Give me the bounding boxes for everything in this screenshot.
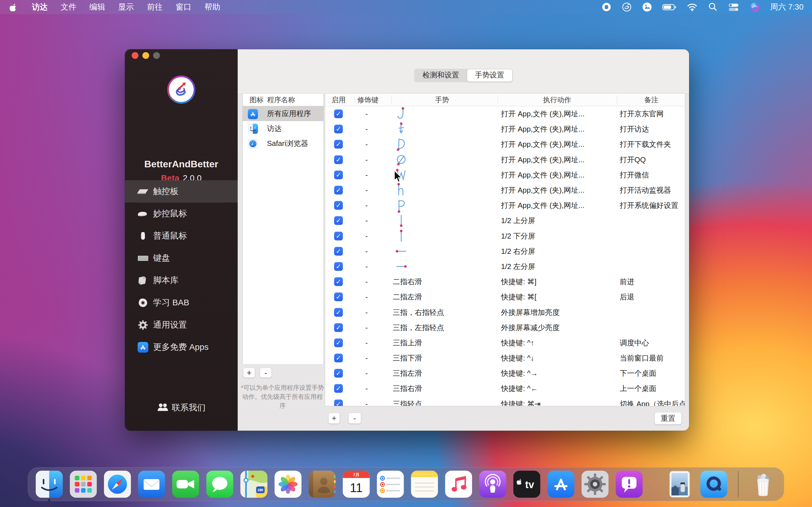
gesture-row-9[interactable]: ✓-1/2 右分屏 (325, 244, 685, 259)
safari-dock-icon[interactable] (104, 471, 131, 498)
trash-dock-icon[interactable] (749, 471, 776, 498)
gesture-enabled-checkbox[interactable]: ✓ (334, 155, 343, 164)
close-button[interactable] (132, 52, 139, 59)
app-list-row-0[interactable]: 所有应用程序 (243, 106, 323, 121)
menu-clock[interactable]: 周六 7:30 (770, 2, 804, 12)
gesture-enabled-checkbox[interactable]: ✓ (334, 247, 343, 256)
sidebar-item-4[interactable]: 脚本库 (125, 269, 238, 291)
notes-dock-icon[interactable] (411, 471, 438, 498)
app-remove-button[interactable]: - (260, 368, 271, 378)
gesture-enabled-checkbox[interactable]: ✓ (334, 110, 343, 118)
gesture-row-12[interactable]: ✓-二指左滑快捷键: ⌘[后退 (325, 289, 685, 304)
appstore-dock-icon[interactable] (547, 471, 574, 498)
gesture-row-8[interactable]: ✓-1/2 下分屏 (325, 228, 685, 244)
gesture-enabled-checkbox[interactable]: ✓ (334, 231, 343, 240)
spotlight-icon[interactable] (708, 2, 718, 12)
gesture-remove-button[interactable]: - (349, 413, 361, 424)
sidebar-item-0[interactable]: 触控板 (125, 180, 238, 203)
menu-item-0[interactable]: 访达 (26, 2, 54, 12)
gesture-row-6[interactable]: ✓-打开 App,文件 (夹),网址...打开系统偏好设置 (325, 198, 685, 213)
gesture-enabled-checkbox[interactable]: ✓ (334, 354, 343, 362)
gesture-enabled-checkbox[interactable]: ✓ (334, 338, 343, 347)
facetime-dock-icon[interactable] (172, 471, 199, 498)
photo-preview-dock-icon[interactable] (666, 471, 693, 498)
gesture-enabled-checkbox[interactable]: ✓ (334, 323, 343, 332)
gesture-row-17[interactable]: ✓-三指左滑快捷键: ^→下一个桌面 (325, 365, 685, 381)
gesture-row-7[interactable]: ✓-1/2 上分屏 (325, 213, 685, 228)
menu-item-1[interactable]: 文件 (54, 2, 83, 12)
sidebar-item-7[interactable]: 更多免费 Apps (125, 336, 238, 358)
app-add-button[interactable]: + (243, 368, 255, 378)
reset-button[interactable]: 重置 (655, 412, 681, 425)
menu-item-2[interactable]: 编辑 (83, 2, 112, 12)
apple-menu-icon[interactable] (10, 2, 18, 12)
gesture-row-15[interactable]: ✓-三指上滑快捷键: ^↑调度中心 (325, 335, 685, 350)
contacts-dock-icon[interactable] (308, 471, 336, 498)
gesture-row-16[interactable]: ✓-三指下滑快捷键: ^↓当前窗口最前 (325, 350, 685, 365)
menu-item-3[interactable]: 显示 (112, 2, 140, 12)
tab-detect-settings[interactable]: 检测和设置 (415, 69, 467, 82)
app-list-row-2[interactable]: Safari浏览器 (243, 136, 323, 151)
feedback-dock-icon[interactable] (615, 471, 643, 498)
appletv-dock-icon[interactable]: tv (513, 471, 540, 498)
gesture-enabled-checkbox[interactable]: ✓ (334, 399, 343, 406)
messages-dock-icon[interactable] (206, 471, 233, 498)
gesture-add-button[interactable]: + (328, 413, 340, 424)
gesture-enabled-checkbox[interactable]: ✓ (334, 216, 343, 225)
recording-icon[interactable] (602, 2, 611, 12)
music-dock-icon[interactable] (445, 471, 472, 498)
sidebar-item-3[interactable]: 键盘 (125, 247, 238, 269)
finder-dock-icon[interactable] (36, 471, 63, 498)
gesture-row-4[interactable]: ✓-打开 App,文件 (夹),网址...打开微信 (325, 167, 685, 182)
gesture-row-3[interactable]: ✓-打开 App,文件 (夹),网址...打开QQ (325, 152, 685, 167)
reminders-dock-icon[interactable] (377, 471, 404, 498)
account-icon[interactable] (642, 2, 652, 12)
calendar-dock-icon[interactable]: 7月11 (343, 471, 370, 498)
menu-item-4[interactable]: 前往 (140, 2, 169, 12)
gesture-enabled-checkbox[interactable]: ✓ (334, 201, 343, 210)
gesture-enabled-checkbox[interactable]: ✓ (334, 186, 343, 194)
sidebar-item-5[interactable]: 学习 BAB (125, 291, 238, 314)
gesture-enabled-checkbox[interactable]: ✓ (334, 293, 343, 301)
launchpad-dock-icon[interactable] (70, 471, 97, 498)
sidebar-item-6[interactable]: 通用设置 (125, 314, 238, 336)
wifi-icon[interactable] (687, 3, 698, 11)
siri-icon[interactable] (750, 2, 760, 12)
mail-dock-icon[interactable] (138, 471, 165, 498)
betterandbetter-icon[interactable] (622, 2, 632, 12)
gesture-enabled-checkbox[interactable]: ✓ (334, 384, 343, 393)
gesture-enabled-checkbox[interactable]: ✓ (334, 262, 343, 271)
gesture-enabled-checkbox[interactable]: ✓ (334, 277, 343, 286)
settings-dock-icon[interactable] (581, 471, 608, 498)
gesture-row-18[interactable]: ✓-三指右滑快捷键: ^←上一个桌面 (325, 381, 685, 396)
sidebar-item-2[interactable]: 普通鼠标 (125, 225, 238, 247)
zoom-button[interactable] (153, 52, 160, 59)
menu-item-6[interactable]: 帮助 (198, 2, 227, 12)
gesture-enabled-checkbox[interactable]: ✓ (334, 369, 343, 378)
app-list-row-1[interactable]: 访达 (243, 121, 323, 136)
gesture-row-1[interactable]: ✓-打开 App,文件 (夹),网址...打开访达 (325, 121, 685, 136)
quicktime-dock-icon[interactable] (700, 471, 727, 498)
photos-dock-icon[interactable] (274, 471, 301, 498)
gesture-enabled-checkbox[interactable]: ✓ (334, 125, 343, 133)
gesture-enabled-checkbox[interactable]: ✓ (334, 170, 343, 179)
battery-icon[interactable] (662, 2, 676, 12)
tab-gesture-settings[interactable]: 手势设置 (467, 69, 512, 82)
gesture-row-10[interactable]: ✓-1/2 左分屏 (325, 259, 685, 274)
maps-dock-icon[interactable]: 280 (240, 471, 267, 498)
minimize-button[interactable] (142, 52, 149, 59)
gesture-row-13[interactable]: ✓-三指，右指轻点外接屏幕增加亮度 (325, 304, 685, 320)
podcasts-dock-icon[interactable] (479, 471, 506, 498)
gesture-enabled-checkbox[interactable]: ✓ (334, 308, 343, 317)
control-center-icon[interactable] (728, 2, 739, 12)
gesture-row-11[interactable]: ✓-二指右滑快捷键: ⌘]前进 (325, 274, 685, 289)
contact-us-button[interactable]: 联系我们 (125, 400, 238, 415)
gesture-row-2[interactable]: ✓-打开 App,文件 (夹),网址...打开下载文件夹 (325, 136, 685, 152)
gesture-row-0[interactable]: ✓-打开 App,文件 (夹),网址...打开京东官网 (325, 106, 685, 121)
gesture-enabled-checkbox[interactable]: ✓ (334, 140, 343, 149)
menu-item-5[interactable]: 窗口 (169, 2, 198, 12)
gesture-row-14[interactable]: ✓-三指，左指轻点外接屏幕减少亮度 (325, 320, 685, 335)
gesture-row-5[interactable]: ✓-打开 App,文件 (夹),网址...打开活动监视器 (325, 182, 685, 198)
gesture-row-19[interactable]: ✓-三指轻点快捷键: ⌘⇥切换 App（选中后点 C (325, 396, 685, 406)
sidebar-item-1[interactable]: 妙控鼠标 (125, 203, 238, 225)
